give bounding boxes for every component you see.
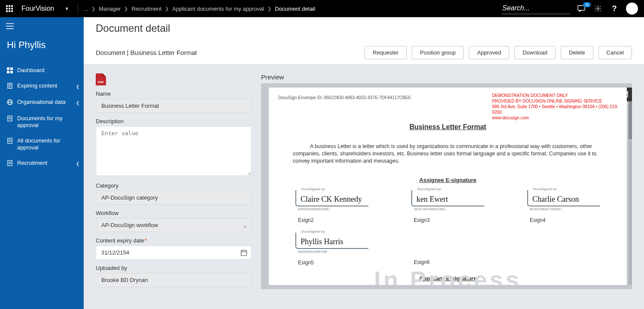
demo-notice: DEMONSTRATION DOCUMENT ONLY PROVIDED BY … <box>492 93 621 121</box>
chevron-right-icon: ❯ <box>91 6 95 12</box>
svg-rect-4 <box>9 8 10 9</box>
document-icon <box>7 115 13 121</box>
svg-rect-2 <box>11 5 13 7</box>
document-icon <box>7 160 13 166</box>
doc-title: Business Letter Format <box>278 123 617 131</box>
chevron-right-icon: ❯ <box>267 6 271 12</box>
sidebar-item-label: All documents for approval <box>17 137 79 151</box>
category-label: Category <box>96 182 252 189</box>
svg-rect-16 <box>7 71 9 73</box>
delete-button[interactable]: Delete <box>561 46 593 59</box>
sidebar-item-label: Documents for my approval <box>17 115 79 129</box>
sidebar-item-label: Expiring content <box>17 82 72 89</box>
breadcrumb-current: Document detail <box>275 6 315 12</box>
expiry-date-field[interactable] <box>96 245 252 260</box>
svg-rect-3 <box>6 8 8 9</box>
action-bar: Document | Business Letter Format Reques… <box>84 40 644 64</box>
doc-paragraph: A business Letter is a letter which is u… <box>278 143 617 165</box>
workflow-select[interactable] <box>96 218 252 232</box>
svg-rect-8 <box>11 10 13 12</box>
gear-icon[interactable] <box>593 4 603 13</box>
expiry-label: Content expiry date <box>96 237 252 244</box>
signature-block: DocuSigned by:Claire CK Kennedy D4FAFE08… <box>295 190 368 223</box>
workflow-label: Workflow <box>96 210 252 216</box>
sidebar-item-dashboard[interactable]: Dashboard <box>0 63 84 78</box>
uploaded-by-field[interactable] <box>96 273 252 287</box>
svg-point-10 <box>597 8 599 10</box>
svg-rect-31 <box>8 161 12 166</box>
preview-page: DocuSign Envelope ID: 066224D0-4063-402D… <box>269 88 627 285</box>
approved-button[interactable]: Approved <box>469 46 509 59</box>
sidebar-item-recruitment[interactable]: Recruitment❮ <box>0 155 84 172</box>
breadcrumb-item[interactable]: Manager <box>99 6 121 12</box>
search-input[interactable] <box>501 3 570 14</box>
name-label: Name <box>96 91 252 97</box>
chevron-left-icon: ❮ <box>76 83 79 90</box>
sidebar-item-expiring[interactable]: Expiring content❮ <box>0 78 84 94</box>
requester-button[interactable]: Requester <box>365 46 407 59</box>
svg-rect-5 <box>11 8 13 9</box>
svg-rect-6 <box>6 10 8 12</box>
brand[interactable]: FourVision ▼ <box>19 5 75 12</box>
chevron-left-icon: ❮ <box>76 100 79 106</box>
greeting: Hi Phyllis <box>0 35 84 63</box>
hamburger-icon[interactable] <box>0 17 84 35</box>
divider <box>78 3 78 14</box>
chevron-down-icon: ▼ <box>64 6 69 11</box>
sidebar-item-org-data[interactable]: Organisational data❮ <box>0 94 84 111</box>
feedback-icon[interactable]: 35 <box>577 4 586 13</box>
document-icon <box>7 83 13 89</box>
name-field[interactable] <box>96 99 252 113</box>
svg-rect-28 <box>8 138 12 143</box>
breadcrumb-ellipsis[interactable]: ... <box>83 6 88 12</box>
signature-block: Esign6 <box>411 233 484 266</box>
docusign-link[interactable]: www.docusign.com <box>492 115 529 120</box>
form-column: PDF Name Description Category Workflow ⌄… <box>96 73 252 292</box>
section-applicant: Applicant E-signature <box>278 275 617 282</box>
help-icon[interactable]: ? <box>610 4 619 13</box>
signature-block: DocuSigned by:ken Ewert 2E2C7EF4AF61489.… <box>411 190 484 223</box>
breadcrumb-item[interactable]: Recruitment <box>131 6 161 12</box>
description-field[interactable] <box>96 126 252 176</box>
sidebar-item-all-docs-approval[interactable]: All documents for approval <box>0 133 84 155</box>
svg-rect-1 <box>9 5 10 7</box>
globe-icon <box>7 99 13 105</box>
svg-rect-25 <box>8 116 12 121</box>
section-assignee: Assignee E-signature <box>278 177 617 183</box>
svg-rect-14 <box>7 67 9 70</box>
preview-viewport[interactable]: DocuSign Envelope ID: 066224D0-4063-402D… <box>261 83 632 289</box>
signature-block: DocuSigned by:Charlie Carson B70CF9A0F73… <box>527 190 600 223</box>
chevron-right-icon: ❯ <box>165 6 169 12</box>
uploaded-by-label: Uploaded by <box>96 265 252 271</box>
svg-rect-15 <box>10 67 13 70</box>
cancel-button[interactable]: Cancel <box>598 46 632 59</box>
signature-block: DocuSigned by:Phyllis Harris 6E050581885… <box>295 233 368 266</box>
svg-rect-0 <box>6 5 8 7</box>
topbar-right: 35 ? <box>501 3 644 15</box>
page-header: Document detail Document | Business Lett… <box>84 17 644 65</box>
avatar[interactable] <box>626 3 638 15</box>
app-launcher-icon[interactable] <box>0 0 19 17</box>
category-field[interactable] <box>96 191 252 205</box>
chevron-right-icon: ❯ <box>124 6 128 12</box>
sidebar-item-label: Organisational data <box>17 99 72 106</box>
svg-rect-7 <box>9 10 10 12</box>
sidebar-nav: Dashboard Expiring content❮ Organisation… <box>0 63 84 172</box>
sidebar: Hi Phyllis Dashboard Expiring content❮ O… <box>0 17 84 309</box>
preview-scrollbar[interactable] <box>629 88 632 285</box>
description-label: Description <box>96 118 252 124</box>
notification-badge: 35 <box>583 2 591 7</box>
position-group-button[interactable]: Position group <box>412 46 464 59</box>
breadcrumb-item[interactable]: Applicant documents for my approval <box>172 6 264 12</box>
top-bar: FourVision ▼ ... ❯ Manager ❯ Recruitment… <box>0 0 644 17</box>
sidebar-item-label: Recruitment <box>17 160 72 167</box>
chevron-left-icon: ❮ <box>76 161 79 167</box>
breadcrumb: ... ❯ Manager ❯ Recruitment ❯ Applicant … <box>81 6 501 12</box>
sidebar-item-docs-my-approval[interactable]: Documents for my approval <box>0 111 84 133</box>
preview-label: Preview <box>261 73 632 81</box>
preview-column: Preview DocuSign Envelope ID: 066224D0-4… <box>261 73 632 292</box>
svg-rect-17 <box>10 71 13 73</box>
sidebar-item-label: Dashboard <box>17 67 79 74</box>
pdf-icon: PDF <box>96 73 106 85</box>
download-button[interactable]: Download <box>514 46 556 59</box>
